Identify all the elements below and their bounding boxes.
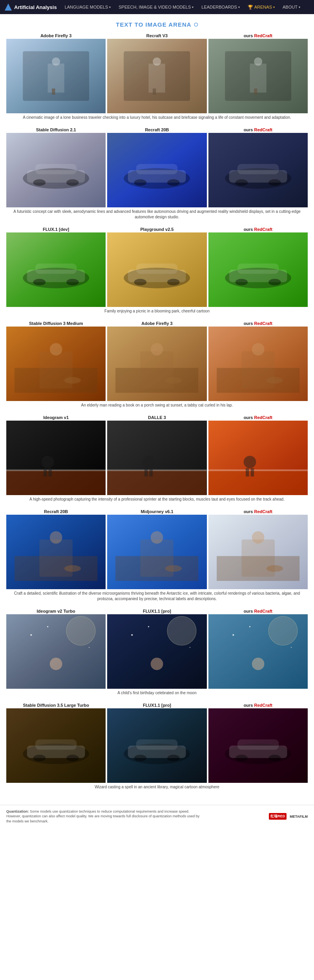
comparison-block-4: Stable Diffusion 3 Medium Adobe Firefly … [6,321,308,408]
svg-point-64 [252,343,264,356]
svg-rect-129 [136,739,178,750]
svg-rect-108 [107,614,206,689]
image-col-2: ours RedCraft [208,33,308,113]
model-label: Ideogram v1 [6,415,106,420]
svg-point-87 [50,531,62,544]
svg-rect-135 [237,739,279,750]
image-col-0: Ideogram v1 [6,415,106,495]
image-box [6,39,106,113]
image-placeholder [107,133,206,207]
image-box [208,232,308,307]
logo[interactable]: Artificial Analysis [5,4,57,11]
comparison-images: Recraft 20B Midjourney v6.1 ours [6,509,308,589]
image-placeholder [107,515,206,589]
svg-point-49 [235,279,248,285]
comparison-caption: Wizard casting a spell in an ancient lib… [6,784,308,790]
image-col-1: Recraft V3 [107,33,206,113]
image-box [6,515,106,589]
svg-point-60 [165,377,182,384]
image-box [107,421,206,495]
svg-point-102 [30,634,32,636]
image-box [208,614,308,689]
share-icon[interactable]: ⬡ [194,22,198,27]
footer-logos: 红瑞RED METAFILM [269,813,308,820]
image-box [6,133,106,207]
nav-arenas[interactable]: 🏆 ARENAS ▾ [245,0,278,14]
model-label: Stable Diffusion 2.1 [6,127,106,132]
image-col-0: Stable Diffusion 2.1 [6,127,106,207]
svg-point-103 [47,626,48,627]
svg-point-32 [268,179,281,186]
image-box [107,133,206,207]
svg-rect-9 [153,89,156,95]
svg-rect-36 [35,263,77,274]
nav-language-models[interactable]: LANGUAGE MODELS ▾ [62,0,114,14]
svg-point-104 [89,647,89,648]
svg-rect-86 [39,539,72,577]
logo-text: Artificial Analysis [14,4,57,10]
image-col-0: Recraft 20B [6,509,106,589]
svg-rect-123 [35,739,77,750]
comparison-block-2: Stable Diffusion 2.1 Recraft 20B [6,127,308,220]
comparison-caption: A high-speed photograph capturing the in… [6,497,308,502]
comparison-block-1: Adobe Firefly 3 Recraft V3 ours [6,33,308,120]
image-box [6,614,106,689]
image-placeholder [6,614,106,689]
comparison-block-8: Stable Diffusion 3.5 Large Turbo FLUX1.1… [6,703,308,790]
svg-point-124 [33,755,46,761]
comparison-block-7: Ideogram v2 Turbo FLUX1.1 [pro] [6,609,308,696]
image-col-2: ours RedCraft [208,321,308,401]
image-col-0: Stable Diffusion 3 Medium [6,321,106,401]
nav-leaderboards[interactable]: LEADERBOARDS ▾ [198,0,243,14]
svg-point-130 [134,755,147,761]
image-placeholder [107,39,206,113]
comparison-caption: A cinematic image of a lone business tra… [6,115,308,120]
image-placeholder [208,515,308,589]
model-label: ours RedCraft [208,609,308,613]
svg-rect-2 [48,64,64,93]
svg-rect-58 [141,351,173,388]
svg-point-25 [134,179,147,186]
model-label: Adobe Firefly 3 [107,321,206,326]
svg-point-44 [167,279,180,285]
model-label: Stable Diffusion 3.5 Large Turbo [6,703,106,708]
image-placeholder [107,327,206,401]
image-box [208,708,308,783]
model-label: ours RedCraft [208,509,308,514]
svg-point-109 [131,634,133,636]
svg-rect-14 [254,89,257,95]
comparison-images: Stable Diffusion 2.1 Recraft 20B [6,127,308,207]
model-label: FLUX.1 [dev] [6,227,106,232]
svg-rect-53 [39,351,72,388]
comparison-block-3: FLUX.1 [dev] Playground v2.5 [6,227,308,314]
nav-about[interactable]: ABOUT ▾ [279,0,303,14]
model-label: Recraft V3 [107,33,206,38]
image-placeholder [6,421,106,495]
svg-rect-4 [52,89,55,95]
svg-point-136 [235,755,248,761]
model-label: DALLE 3 [107,415,206,420]
comparison-caption: Family enjoying a picnic in a blooming p… [6,309,308,314]
chevron-down-icon: ▾ [273,5,275,9]
metafilm-logo: METAFILM [290,815,308,818]
footer-note: Quantization: Some models use quantizati… [6,809,203,824]
image-box [6,327,106,401]
svg-point-92 [151,531,163,544]
model-label: Adobe Firefly 3 [6,33,106,38]
chevron-down-icon: ▾ [109,5,111,9]
svg-point-125 [66,755,79,761]
image-placeholder [6,515,106,589]
svg-point-98 [266,565,283,572]
nav-speech-image[interactable]: SPEECH, IMAGE & VIDEO MODELS ▾ [115,0,197,14]
comparison-caption: Craft a detailed, scientific illustratio… [6,591,308,602]
svg-point-50 [268,279,281,285]
svg-rect-80 [208,469,308,471]
svg-rect-24 [136,164,178,174]
model-label: ours RedCraft [208,415,308,420]
comparison-images: FLUX.1 [dev] Playground v2.5 [6,227,308,307]
svg-point-38 [66,279,79,285]
model-label: ours RedCraft [208,227,308,232]
svg-point-26 [167,179,180,186]
svg-rect-48 [237,263,279,274]
image-box [208,39,308,113]
